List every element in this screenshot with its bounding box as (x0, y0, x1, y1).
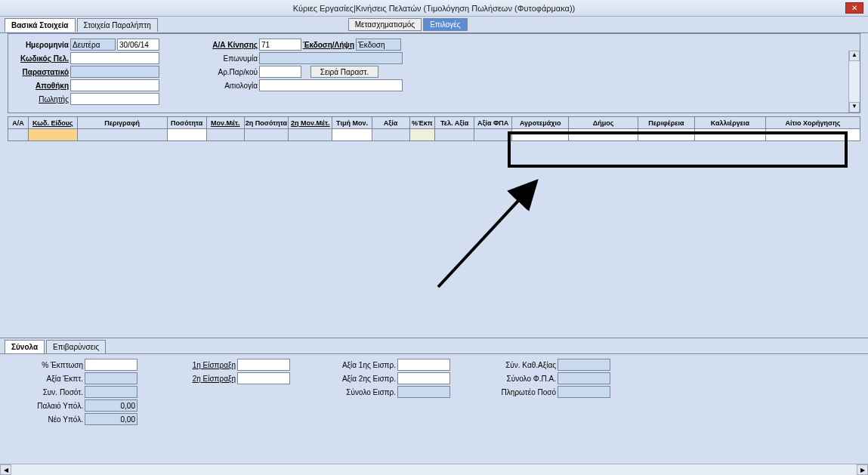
input-customer-code[interactable] (70, 52, 159, 64)
cell-muni[interactable] (569, 129, 638, 141)
table-row[interactable] (8, 129, 860, 141)
lbl-pay1: 1η Είσπραξη (183, 361, 236, 369)
input-doc[interactable] (70, 66, 159, 78)
line-items-grid: Α/Α Κωδ. Είδους Περιγραφή Ποσότητα Μον.Μ… (8, 116, 860, 141)
scroll-right-icon[interactable]: ▶ (857, 464, 868, 475)
scroll-left-icon[interactable]: ◀ (0, 464, 11, 475)
lbl-val1: Αξία 1ης Εισπρ. (335, 361, 396, 369)
col-qty[interactable]: Ποσότητα (167, 117, 206, 129)
titlebar: Κύριες Εργασίες|Κινήσεις Πελατών (Τιμολό… (0, 0, 868, 17)
col-muni[interactable]: Δήμος (569, 117, 638, 129)
lbl-disc-val: Αξία Έκπτ. (30, 375, 83, 383)
tab-totals[interactable]: Σύνολα (5, 340, 45, 353)
col-vat[interactable]: Αξία ΦΠΑ (474, 117, 512, 129)
cell-region[interactable] (638, 129, 694, 141)
window-title: Κύριες Εργασίες|Κινήσεις Πελατών (Τιμολό… (293, 4, 576, 13)
cell-crop[interactable] (694, 129, 765, 141)
cell-price[interactable] (332, 129, 372, 141)
lbl-net: Σύν. Καθ.Αξίας (496, 361, 556, 369)
scroll-up-icon[interactable]: ▲ (849, 51, 860, 61)
cell-code[interactable] (29, 129, 78, 141)
scroll-down-icon[interactable]: ▼ (849, 102, 860, 113)
lbl-seller: Πωλητής (16, 95, 69, 103)
input-net[interactable] (558, 359, 610, 371)
col-final[interactable]: Τελ. Αξία (434, 117, 474, 129)
col-region[interactable]: Περιφέρεια (638, 117, 694, 129)
col-unit2[interactable]: 2η Μον.Μέτ. (289, 117, 332, 129)
input-name[interactable] (259, 52, 403, 64)
input-payable[interactable] (558, 386, 610, 398)
input-new-bal[interactable] (85, 413, 137, 425)
lbl-receipt: Αρ.Παρ/κού (205, 68, 258, 76)
lbl-val2: Αξία 2ης Εισπρ. (335, 375, 396, 383)
lbl-name: Επωνυμία (205, 54, 258, 63)
lbl-old-bal: Παλαιό Υπόλ. (30, 402, 83, 410)
input-issue[interactable] (356, 39, 401, 51)
input-pay1[interactable] (237, 359, 290, 371)
input-old-bal[interactable] (85, 399, 137, 412)
lbl-reason: Αιτιολογία (205, 82, 258, 90)
totals-panel: Σύνολα Επιβαρύνσεις % Έκπτωση Αξία Έκπτ.… (0, 338, 868, 430)
input-pay2[interactable] (237, 372, 290, 384)
lbl-customer-code: Κωδικός Πελ. (16, 54, 69, 63)
col-unit[interactable]: Μον.Μέτ. (206, 117, 244, 129)
input-reason[interactable] (259, 79, 403, 91)
input-disc-val[interactable] (85, 372, 137, 384)
close-button[interactable]: ✕ (845, 2, 863, 14)
lbl-sum-qty: Συν. Ποσότ. (30, 388, 83, 396)
col-crop[interactable]: Καλλιέργεια (694, 117, 765, 129)
lbl-vat: Σύνολο Φ.Π.Α. (496, 375, 556, 383)
lbl-date: Ημερομηνία (16, 41, 69, 49)
horizontal-scrollbar[interactable]: ◀ ▶ (0, 464, 868, 475)
lbl-payable: Πληρωτέο Ποσό (496, 388, 556, 396)
lbl-sum-col: Σύνολο Εισπρ. (335, 388, 396, 396)
btn-options[interactable]: Επιλογές (423, 18, 467, 31)
lbl-issue: Έκδοση/Λήψη (301, 41, 354, 49)
input-val1[interactable] (397, 359, 450, 371)
tab-basic[interactable]: Βασικά Στοιχεία (5, 18, 76, 32)
col-price[interactable]: Τιμή Μον. (332, 117, 372, 129)
col-desc[interactable]: Περιγραφή (77, 117, 167, 129)
btn-series[interactable]: Σειρά Παραστ. (310, 66, 378, 78)
cell-qty[interactable] (167, 129, 206, 141)
lbl-aa: Α/Α Κίνησης (205, 41, 258, 49)
main-tabs: Βασικά Στοιχεία Στοιχεία Παραλήπτη Μετασ… (0, 17, 868, 33)
input-receipt[interactable] (259, 66, 301, 78)
col-aa[interactable]: Α/Α (8, 117, 29, 129)
lbl-disc-pct: % Έκπτωση (30, 361, 83, 369)
input-sum-col[interactable] (397, 386, 450, 398)
form-panel: Ημερομηνία Κωδικός Πελ. Παραστατικό Αποθ… (8, 33, 860, 113)
lbl-warehouse: Αποθήκη (16, 82, 69, 90)
col-disc[interactable]: %Έκπ (409, 117, 434, 129)
col-cause[interactable]: Αίτιο Χορήγησης (765, 117, 860, 129)
btn-transform[interactable]: Μετασχηματισμός (348, 18, 422, 31)
input-vat[interactable] (558, 372, 610, 384)
input-warehouse[interactable] (70, 79, 159, 91)
input-date[interactable] (117, 39, 159, 51)
col-value[interactable]: Αξία (372, 117, 409, 129)
cell-cause[interactable] (765, 129, 860, 141)
cell-plot[interactable] (512, 129, 569, 141)
input-disc-pct[interactable] (85, 359, 137, 371)
input-aa[interactable] (259, 39, 301, 51)
col-plot[interactable]: Αγροτεμάχιο (512, 117, 569, 129)
lbl-new-bal: Νέο Υπόλ. (30, 415, 83, 424)
cell-disc[interactable] (409, 129, 434, 141)
input-val2[interactable] (397, 372, 450, 384)
tab-charges[interactable]: Επιβαρύνσεις (46, 340, 106, 353)
tab-recipient[interactable]: Στοιχεία Παραλήπτη (77, 18, 158, 32)
input-sum-qty[interactable] (85, 386, 137, 398)
lbl-pay2: 2η Είσπραξη (183, 375, 236, 383)
input-day[interactable] (70, 39, 116, 51)
input-seller[interactable] (70, 93, 159, 105)
col-code[interactable]: Κωδ. Είδους (29, 117, 78, 129)
lbl-doc: Παραστατικό (16, 68, 69, 76)
col-qty2[interactable]: 2η Ποσότητα (244, 117, 288, 129)
form-scrollbar[interactable]: ▲ ▼ (848, 51, 860, 113)
